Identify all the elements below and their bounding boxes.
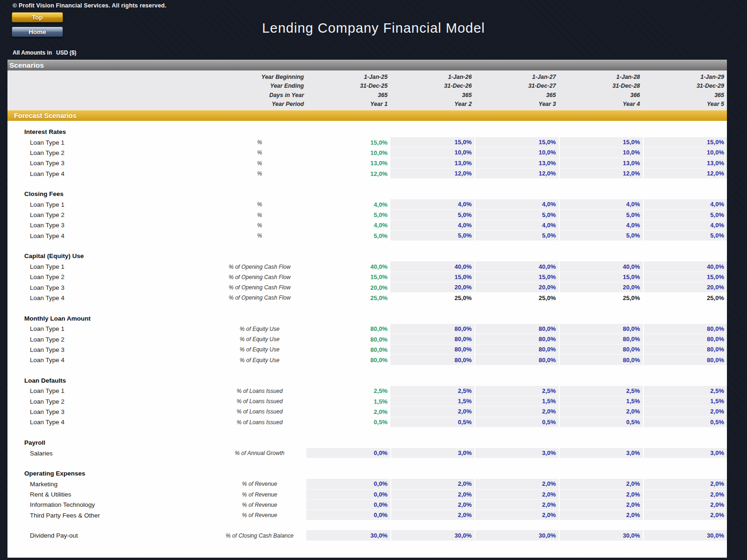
value-cell[interactable]: 80,0% — [643, 334, 727, 344]
value-cell[interactable]: 20,0% — [390, 282, 474, 293]
value-cell[interactable]: 40,0% — [559, 261, 643, 272]
value-cell[interactable]: 2,5% — [306, 386, 390, 396]
value-cell[interactable]: 30,0% — [390, 530, 474, 540]
value-cell[interactable]: 12,0% — [390, 168, 474, 179]
value-cell[interactable]: 80,0% — [390, 334, 474, 344]
value-cell[interactable]: 30,0% — [559, 530, 643, 540]
value-cell[interactable]: 2,0% — [390, 479, 474, 489]
value-cell[interactable]: 20,0% — [643, 282, 727, 293]
value-cell[interactable]: 80,0% — [474, 324, 558, 334]
value-cell[interactable]: 2,0% — [474, 479, 558, 489]
value-cell[interactable]: 5,0% — [390, 210, 474, 220]
value-cell[interactable]: 80,0% — [643, 355, 727, 365]
value-cell[interactable]: 25,0% — [474, 293, 558, 303]
value-cell[interactable]: 0,0% — [306, 510, 390, 520]
value-cell[interactable]: 5,0% — [306, 210, 390, 220]
value-cell[interactable]: 80,0% — [643, 324, 727, 334]
value-cell[interactable]: 80,0% — [306, 324, 390, 334]
value-cell[interactable]: 30,0% — [306, 530, 390, 540]
value-cell[interactable]: 5,0% — [390, 231, 474, 241]
value-cell[interactable]: 20,0% — [306, 282, 390, 293]
value-cell[interactable]: 1,5% — [306, 396, 390, 406]
value-cell[interactable]: 2,0% — [643, 500, 727, 510]
value-cell[interactable]: 3,0% — [474, 448, 558, 458]
value-cell[interactable]: 10,0% — [643, 147, 727, 158]
value-cell[interactable]: 25,0% — [559, 293, 643, 303]
value-cell[interactable]: 15,0% — [390, 272, 474, 282]
value-cell[interactable]: 4,0% — [559, 199, 643, 210]
value-cell[interactable]: 80,0% — [306, 344, 390, 355]
value-cell[interactable]: 10,0% — [306, 147, 390, 158]
value-cell[interactable]: 0,5% — [306, 417, 390, 427]
value-cell[interactable]: 13,0% — [643, 158, 727, 168]
value-cell[interactable]: 2,0% — [390, 510, 474, 520]
value-cell[interactable]: 4,0% — [390, 199, 474, 210]
value-cell[interactable]: 3,0% — [643, 448, 727, 458]
value-cell[interactable]: 13,0% — [306, 158, 390, 168]
value-cell[interactable]: 80,0% — [559, 334, 643, 344]
value-cell[interactable]: 40,0% — [390, 261, 474, 272]
value-cell[interactable]: 12,0% — [559, 168, 643, 179]
value-cell[interactable]: 5,0% — [474, 210, 558, 220]
value-cell[interactable]: 2,0% — [559, 406, 643, 417]
value-cell[interactable]: 15,0% — [390, 137, 474, 147]
value-cell[interactable]: 30,0% — [474, 530, 558, 540]
value-cell[interactable]: 2,0% — [559, 490, 643, 500]
value-cell[interactable]: 5,0% — [643, 231, 727, 241]
value-cell[interactable]: 15,0% — [306, 137, 390, 147]
value-cell[interactable]: 0,0% — [306, 500, 390, 510]
value-cell[interactable]: 13,0% — [559, 158, 643, 168]
value-cell[interactable]: 80,0% — [474, 334, 558, 344]
value-cell[interactable]: 10,0% — [474, 147, 558, 158]
value-cell[interactable]: 1,5% — [643, 396, 727, 406]
value-cell[interactable]: 80,0% — [474, 344, 558, 355]
value-cell[interactable]: 80,0% — [559, 324, 643, 334]
value-cell[interactable]: 1,5% — [559, 396, 643, 406]
value-cell[interactable]: 80,0% — [390, 324, 474, 334]
value-cell[interactable]: 2,0% — [559, 479, 643, 489]
value-cell[interactable]: 3,0% — [390, 448, 474, 458]
value-cell[interactable]: 0,0% — [306, 479, 390, 489]
value-cell[interactable]: 80,0% — [559, 355, 643, 365]
value-cell[interactable]: 4,0% — [306, 220, 390, 231]
value-cell[interactable]: 10,0% — [390, 147, 474, 158]
value-cell[interactable]: 2,0% — [643, 406, 727, 417]
value-cell[interactable]: 10,0% — [559, 147, 643, 158]
value-cell[interactable]: 20,0% — [474, 282, 558, 293]
value-cell[interactable]: 2,0% — [306, 406, 390, 417]
value-cell[interactable]: 12,0% — [643, 168, 727, 179]
value-cell[interactable]: 0,0% — [306, 448, 390, 458]
value-cell[interactable]: 80,0% — [390, 344, 474, 355]
value-cell[interactable]: 20,0% — [559, 282, 643, 293]
value-cell[interactable]: 40,0% — [474, 261, 558, 272]
value-cell[interactable]: 15,0% — [474, 272, 558, 282]
value-cell[interactable]: 25,0% — [390, 293, 474, 303]
value-cell[interactable]: 2,0% — [474, 510, 558, 520]
value-cell[interactable]: 80,0% — [643, 344, 727, 355]
value-cell[interactable]: 25,0% — [306, 293, 390, 303]
value-cell[interactable]: 0,5% — [559, 417, 643, 427]
value-cell[interactable]: 5,0% — [559, 231, 643, 241]
value-cell[interactable]: 2,0% — [559, 510, 643, 520]
value-cell[interactable]: 12,0% — [474, 168, 558, 179]
value-cell[interactable]: 15,0% — [474, 137, 558, 147]
value-cell[interactable]: 0,5% — [474, 417, 558, 427]
value-cell[interactable]: 5,0% — [643, 210, 727, 220]
value-cell[interactable]: 80,0% — [390, 355, 474, 365]
value-cell[interactable]: 80,0% — [474, 355, 558, 365]
value-cell[interactable]: 4,0% — [474, 199, 558, 210]
value-cell[interactable]: 40,0% — [306, 261, 390, 272]
value-cell[interactable]: 15,0% — [559, 272, 643, 282]
value-cell[interactable]: 1,5% — [390, 396, 474, 406]
value-cell[interactable]: 13,0% — [390, 158, 474, 168]
value-cell[interactable]: 2,5% — [643, 386, 727, 396]
value-cell[interactable]: 4,0% — [474, 220, 558, 231]
value-cell[interactable]: 0,5% — [390, 417, 474, 427]
value-cell[interactable]: 80,0% — [306, 355, 390, 365]
value-cell[interactable]: 4,0% — [559, 220, 643, 231]
value-cell[interactable]: 15,0% — [306, 272, 390, 282]
value-cell[interactable]: 4,0% — [306, 199, 390, 210]
value-cell[interactable]: 80,0% — [559, 344, 643, 355]
value-cell[interactable]: 2,0% — [390, 500, 474, 510]
value-cell[interactable]: 5,0% — [559, 210, 643, 220]
